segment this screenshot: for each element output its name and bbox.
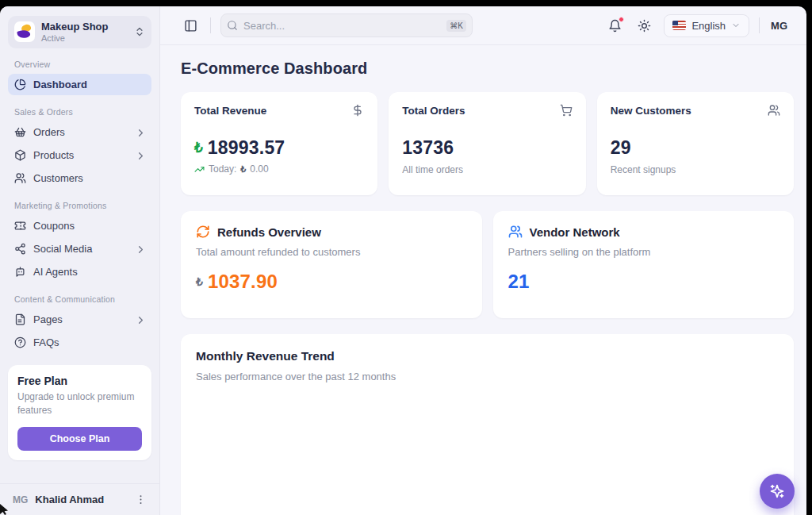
sun-icon [638,19,651,33]
trending-up-icon [194,164,205,175]
info-value: 21 [508,271,530,293]
screen: Makeup Shop Active Overview Dashboard Sa… [0,0,812,515]
sidebar-item-label: Products [33,149,128,161]
chart-pie-icon [14,79,26,90]
sidebar-item-pages[interactable]: Pages [8,309,151,330]
sidebar-item-label: Pages [33,313,128,325]
section-label-marketing: Marketing & Promotions [14,201,145,210]
users-icon [14,172,26,184]
search-input[interactable] [243,20,441,32]
section-label-content: Content & Communication [14,294,145,304]
sidebar-item-label: Coupons [33,220,145,232]
sparkles-icon [769,483,785,499]
total-revenue-card: Total Revenue ₺ 18993.57 Today: ₺ 0.00 [181,92,377,195]
info-value: 1037.90 [208,271,278,293]
users-icon [768,104,780,117]
sidebar-item-products[interactable]: Products [8,144,151,166]
sidebar-user[interactable]: MG Khalid Ahmad [0,483,159,515]
help-circle-icon [14,336,26,348]
info-subtitle: Total amount refunded to customers [196,246,467,258]
info-title: Vendor Network [530,225,620,239]
ai-assistant-fab[interactable] [760,474,795,509]
main-area: ⌘K English MG E-Commerc [160,6,806,515]
vendor-network-card: Vendor Network Partners selling on the p… [493,211,795,318]
topbar: ⌘K English MG [160,6,806,45]
us-flag-icon [672,21,686,30]
info-subtitle: Partners selling on the platform [508,246,779,258]
sidebar-item-dashboard[interactable]: Dashboard [8,74,151,95]
ellipsis-vertical-icon[interactable] [135,494,147,505]
shop-logo [14,21,35,42]
notification-dot [619,17,624,22]
chevron-right-icon [135,314,145,325]
topbar-avatar[interactable]: MG [769,20,789,32]
sidebar-item-faqs[interactable]: FAQs [8,332,151,353]
share-icon [14,243,26,255]
page-title: E-Commerce Dashboard [181,60,794,78]
language-selector[interactable]: English [664,14,749,37]
chart-subtitle: Sales performance over the past 12 month… [196,371,779,382]
user-name: Khalid Ahmad [35,494,128,505]
stat-subtitle: All time orders [402,164,572,175]
search-icon [227,20,238,31]
users-icon [508,225,523,239]
currency-symbol: ₺ [194,140,203,156]
user-avatar: MG [13,494,28,505]
info-title: Refunds Overview [217,225,321,239]
stat-title: Total Revenue [194,105,266,117]
cart-icon [560,104,573,117]
divider [210,17,211,33]
dollar-icon [351,104,364,117]
stat-sub-label: Today: [209,163,236,175]
sidebar-item-orders[interactable]: Orders [8,121,151,143]
shop-name: Makeup Shop [41,21,128,33]
total-orders-card: Total Orders 13736 All time orders [389,92,585,195]
chevron-down-icon [731,21,741,30]
panel-left-icon [184,19,197,33]
stats-row: Total Revenue ₺ 18993.57 Today: ₺ 0.00 [181,92,794,195]
sidebar: Makeup Shop Active Overview Dashboard Sa… [0,6,160,515]
shopping-basket-icon [14,126,26,138]
chevrons-up-down-icon [134,26,145,37]
sidebar-item-customers[interactable]: Customers [8,167,151,189]
sidebar-item-coupons[interactable]: Coupons [8,215,151,236]
choose-plan-button[interactable]: Choose Plan [17,427,142,451]
dashboard-content: E-Commerce Dashboard Total Revenue ₺ 189… [160,45,806,515]
info-row: Refunds Overview Total amount refunded t… [181,211,794,318]
shop-switcher[interactable]: Makeup Shop Active [8,16,151,48]
divider [759,17,760,33]
sidebar-item-social-media[interactable]: Social Media [8,238,151,259]
ticket-icon [14,220,26,232]
plan-title: Free Plan [17,375,142,387]
sidebar-toggle-button[interactable] [181,16,201,36]
theme-toggle-button[interactable] [634,16,654,36]
sidebar-item-ai-agents[interactable]: AI Agents [8,261,151,282]
chart-title: Monthly Revenue Trend [196,349,779,363]
stat-value: 13736 [402,137,454,159]
monthly-revenue-trend-card: Monthly Revenue Trend Sales performance … [181,334,794,515]
chevron-right-icon [135,150,145,160]
plan-card: Free Plan Upgrade to unlock premium feat… [8,365,151,460]
sidebar-item-label: AI Agents [33,266,145,278]
sidebar-item-label: Orders [33,126,128,138]
language-label: English [691,20,726,32]
bot-icon [14,266,26,278]
stat-sub-value: 0.00 [250,163,268,175]
refunds-overview-card: Refunds Overview Total amount refunded t… [181,211,482,318]
package-icon [14,149,26,161]
stat-title: Total Orders [402,105,465,117]
refresh-icon [196,225,210,239]
stat-value: 29 [611,137,631,159]
section-label-sales-orders: Sales & Orders [14,107,145,117]
sidebar-item-label: Dashboard [33,79,145,90]
notifications-button[interactable] [605,16,625,36]
file-icon [14,313,26,325]
search-box[interactable]: ⌘K [220,13,473,37]
stat-subtitle: Recent signups [611,164,780,175]
new-customers-card: New Customers 29 Recent signups [597,92,794,195]
currency-symbol: ₺ [240,164,246,175]
chevron-right-icon [135,244,145,254]
plan-description: Upgrade to unlock premium features [17,390,142,418]
mouse-cursor [0,504,9,515]
stat-value: 18993.57 [208,137,285,159]
